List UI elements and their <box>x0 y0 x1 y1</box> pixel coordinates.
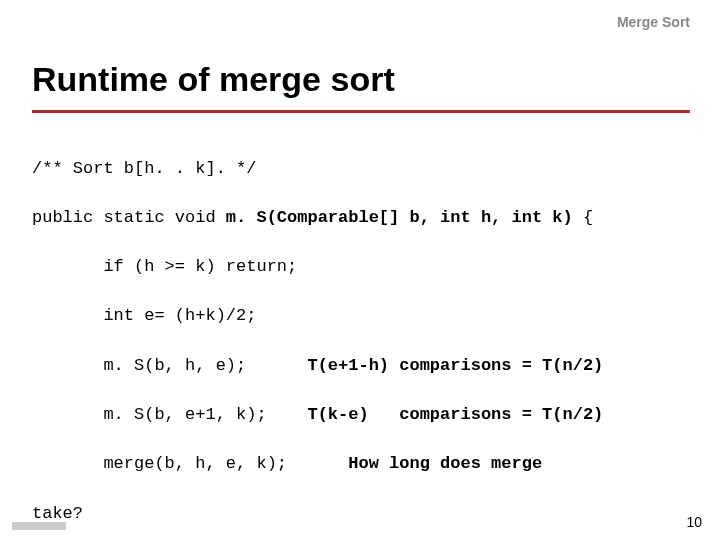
code-call: merge(b, h, e, k); <box>32 454 348 473</box>
code-call: m. S(b, e+1, k); <box>32 405 307 424</box>
code-line-4: int e= (h+k)/2; <box>32 304 690 329</box>
code-post: { <box>573 208 593 227</box>
code-annotation: How long does merge <box>348 454 542 473</box>
code-line-3: if (h >= k) return; <box>32 255 690 280</box>
code-line-1: /** Sort b[h. . k]. */ <box>32 157 690 182</box>
code-line-2: public static void m. S(Comparable[] b, … <box>32 206 690 231</box>
page-number: 10 <box>686 514 702 530</box>
code-annotation: T(e+1-h) comparisons = T(n/2) <box>307 356 603 375</box>
code-line-6: m. S(b, e+1, k); T(k-e) comparisons = T(… <box>32 403 690 428</box>
code-line-7: merge(b, h, e, k); How long does merge <box>32 452 690 477</box>
slide-title: Runtime of merge sort <box>32 60 395 99</box>
code-annotation: T(k-e) comparisons = T(n/2) <box>307 405 603 424</box>
code-signature: m. S(Comparable[] b, int h, int k) <box>226 208 573 227</box>
code-line-5: m. S(b, h, e); T(e+1-h) comparisons = T(… <box>32 354 690 379</box>
code-line-8: take? <box>32 502 690 527</box>
code-pre: public static void <box>32 208 226 227</box>
code-block: /** Sort b[h. . k]. */ public static voi… <box>32 132 690 540</box>
title-rule <box>32 110 690 113</box>
footer-decoration <box>12 522 66 530</box>
header-label: Merge Sort <box>617 14 690 30</box>
code-call: m. S(b, h, e); <box>32 356 307 375</box>
